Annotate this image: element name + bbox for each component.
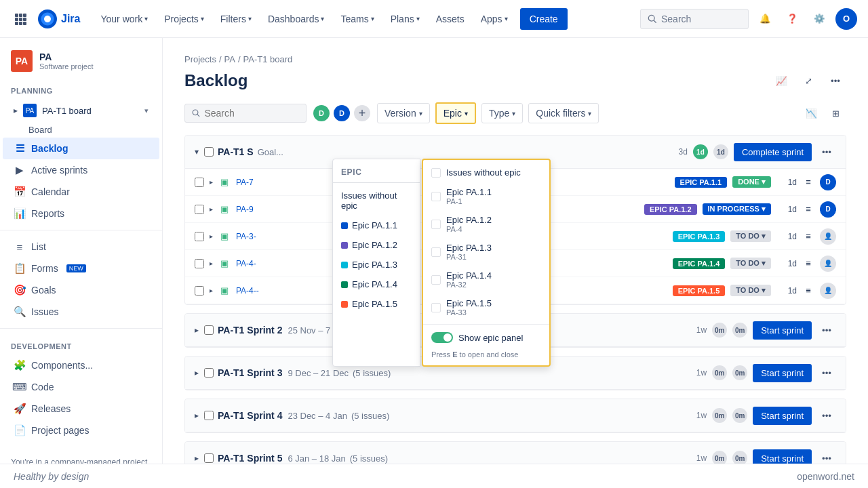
logo[interactable]: Jira xyxy=(38,9,80,28)
nav-plans[interactable]: Plans▾ xyxy=(384,9,427,28)
epic-dd-pa11[interactable]: Epic PA.1.1 PA-1 xyxy=(423,182,549,210)
insights-button[interactable]: 📉 xyxy=(800,102,822,124)
epic-dd-pa13[interactable]: Epic PA.1.3 PA-31 xyxy=(423,238,549,266)
avatar-1[interactable]: D xyxy=(312,104,331,123)
search-filter[interactable] xyxy=(184,104,307,123)
issue-expand-pa4a[interactable]: ▸ xyxy=(210,260,213,267)
sidebar-item-goals[interactable]: 🎯 Goals xyxy=(3,279,159,301)
issue-check-pa7[interactable] xyxy=(195,178,204,187)
epic-dd-pa12[interactable]: Epic PA.1.2 PA-4 xyxy=(423,210,549,238)
start-sprint-4[interactable]: Start sprint xyxy=(753,407,812,425)
issue-check-pa3[interactable] xyxy=(195,232,204,241)
user-avatar[interactable]: O xyxy=(835,8,857,30)
sprint-expand-icon-4[interactable]: ▸ xyxy=(195,411,199,420)
sprint-header-4[interactable]: ▸ PA-T1 Sprint 4 23 Dec – 4 Jan (5 issue… xyxy=(185,399,846,432)
create-button[interactable]: Create xyxy=(520,8,568,30)
quick-filters[interactable]: Quick filters ▾ xyxy=(528,103,599,123)
sprint-checkbox-3[interactable] xyxy=(204,368,214,378)
sidebar-item-project-pages[interactable]: 📄 Project pages xyxy=(3,420,159,441)
version-filter[interactable]: Version ▾ xyxy=(377,103,430,123)
epic-dd-pa14[interactable]: Epic PA.1.4 PA-32 xyxy=(423,266,549,293)
epic-dd-check-pa11[interactable] xyxy=(431,192,441,201)
nav-projects[interactable]: Projects▾ xyxy=(157,9,211,28)
sidebar-item-active-sprints[interactable]: ▶ Active sprints xyxy=(3,159,159,181)
nav-teams[interactable]: Teams▾ xyxy=(334,9,380,28)
epic-dd-pa15[interactable]: Epic PA.1.5 PA-33 xyxy=(423,293,549,321)
start-sprint-3[interactable]: Start sprint xyxy=(753,364,812,382)
type-filter[interactable]: Type ▾ xyxy=(481,103,523,123)
sidebar-board-sub[interactable]: Board xyxy=(0,122,162,138)
sprint-expand-icon-5[interactable]: ▸ xyxy=(195,453,199,463)
sidebar-item-code[interactable]: ⌨ Code xyxy=(3,376,159,398)
sidebar-item-backlog[interactable]: ☰ Backlog xyxy=(3,138,159,159)
breadcrumb-board[interactable]: PA-T1 board xyxy=(243,54,293,64)
avatar-2[interactable]: D xyxy=(332,104,351,123)
nav-apps[interactable]: Apps▾ xyxy=(474,9,515,28)
nav-your-work[interactable]: Your work▾ xyxy=(94,9,155,28)
sprint-more-1[interactable]: ••• xyxy=(817,142,836,161)
issue-expand-pa3[interactable]: ▸ xyxy=(210,232,213,240)
sidebar-item-components[interactable]: 🧩 Components... xyxy=(3,354,159,376)
epic-dd-check-pa13[interactable] xyxy=(431,247,441,257)
epic-sidebar-pa11[interactable]: Epic PA.1.1 xyxy=(333,216,420,235)
start-sprint-2[interactable]: Start sprint xyxy=(753,321,812,340)
sidebar-item-releases[interactable]: 🚀 Releases xyxy=(3,398,159,420)
epic-sidebar-pa14[interactable]: Epic PA.1.4 xyxy=(333,274,420,294)
sidebar-item-issues[interactable]: 🔍 Issues xyxy=(3,301,159,323)
epic-sidebar-pa12[interactable]: Epic PA.1.2 xyxy=(333,235,420,255)
sidebar-item-reports[interactable]: 📊 Reports xyxy=(3,203,159,224)
backlog-search-input[interactable] xyxy=(204,108,299,119)
sprint-checkbox-5[interactable] xyxy=(204,453,214,463)
epic-filter[interactable]: Epic ▾ xyxy=(435,102,476,124)
epic-sidebar-pa13[interactable]: Epic PA.1.3 xyxy=(333,255,420,274)
nav-assets[interactable]: Assets xyxy=(429,9,471,28)
issue-key-pa4b[interactable]: PA-4-- xyxy=(236,286,270,296)
sprint-expand-icon-2[interactable]: ▸ xyxy=(195,325,199,335)
issue-expand-pa7[interactable]: ▸ xyxy=(210,178,213,186)
nav-filters[interactable]: Filters▾ xyxy=(214,9,258,28)
sprint-checkbox-2[interactable] xyxy=(204,325,214,335)
issue-check-pa4b[interactable] xyxy=(195,286,204,296)
complete-sprint-button[interactable]: Complete sprint xyxy=(734,143,812,161)
view-settings-button[interactable]: ⊞ xyxy=(825,102,846,124)
epic-dd-check-pa14[interactable] xyxy=(431,275,441,285)
issue-key-pa4a[interactable]: PA-4- xyxy=(236,259,270,268)
epic-sidebar-pa15[interactable]: Epic PA.1.5 xyxy=(333,294,420,314)
chart-view-button[interactable]: 📈 xyxy=(770,70,792,92)
epic-dd-check-pa15[interactable] xyxy=(431,303,441,312)
sidebar-board[interactable]: ▸ PA PA-T1 board ▾ xyxy=(3,99,159,122)
sprint-expand-icon-1[interactable]: ▾ xyxy=(195,147,199,157)
epic-dd-show-panel[interactable]: Show epic panel xyxy=(423,327,549,348)
sprint-checkbox-4[interactable] xyxy=(204,411,214,420)
help-button[interactable]: ❓ xyxy=(781,8,803,30)
issue-key-pa7[interactable]: PA-7 xyxy=(236,178,270,187)
issue-expand-pa9[interactable]: ▸ xyxy=(210,205,213,213)
notifications-button[interactable]: 🔔 xyxy=(754,8,776,30)
issue-check-pa9[interactable] xyxy=(195,205,204,214)
grid-icon[interactable] xyxy=(11,9,30,28)
breadcrumb-projects[interactable]: Projects xyxy=(184,54,216,64)
issue-key-pa9[interactable]: PA-9 xyxy=(236,205,270,214)
global-search[interactable]: Search xyxy=(640,9,749,29)
issue-key-pa3[interactable]: PA-3- xyxy=(236,232,270,241)
issue-check-pa4a[interactable] xyxy=(195,259,204,268)
sprint-checkbox-1[interactable] xyxy=(204,147,214,157)
expand-button[interactable]: ⤢ xyxy=(797,70,819,92)
sidebar-item-calendar[interactable]: 📅 Calendar xyxy=(3,181,159,203)
issue-expand-pa4b[interactable]: ▸ xyxy=(210,287,213,294)
sidebar-item-forms[interactable]: 📋 Forms NEW xyxy=(3,258,159,279)
avatar-add[interactable]: + xyxy=(353,104,372,123)
nav-dashboards[interactable]: Dashboards▾ xyxy=(261,9,332,28)
more-options-button[interactable]: ••• xyxy=(825,70,846,92)
settings-button[interactable]: ⚙️ xyxy=(808,8,830,30)
sprint-more-4[interactable]: ••• xyxy=(817,406,836,425)
show-epic-panel-toggle[interactable] xyxy=(431,332,453,343)
epic-dd-check-pa12[interactable] xyxy=(431,220,441,229)
sidebar-item-list[interactable]: ≡ List xyxy=(3,236,159,258)
sprint-more-3[interactable]: ••• xyxy=(817,363,836,382)
sprint-more-2[interactable]: ••• xyxy=(817,321,836,340)
breadcrumb-pa[interactable]: PA xyxy=(224,54,235,64)
epic-dd-no-epic[interactable]: Issues without epic xyxy=(423,163,549,182)
epic-sidebar-no-epic[interactable]: Issues without epic xyxy=(333,186,420,216)
epic-dd-check-no-epic[interactable] xyxy=(431,168,441,178)
